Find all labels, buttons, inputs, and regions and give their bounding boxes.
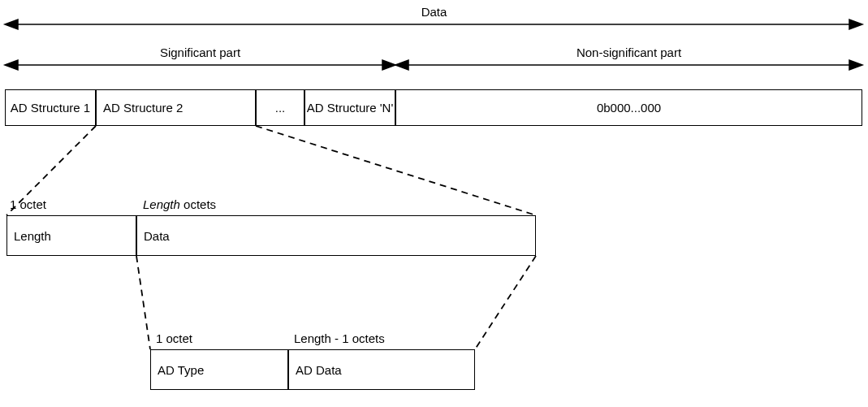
box-ad-structure-n: AD Structure 'N' (304, 89, 395, 126)
box-padding: 0b000...000 (395, 89, 862, 126)
svg-line-12 (475, 256, 536, 349)
svg-line-10 (256, 126, 536, 215)
svg-marker-8 (849, 60, 862, 70)
diagram-root: Data Significant part Non-significant pa… (0, 0, 868, 407)
box-ad-data: AD Data (288, 349, 475, 390)
box-ad-type: AD Type (150, 349, 288, 390)
label-row3-remaining: Length - 1 octets (294, 331, 385, 345)
label-row2-length-octets: Length octets (143, 197, 216, 212)
label-row2-length-word: Length (143, 197, 180, 211)
svg-line-11 (136, 256, 150, 349)
box-length: Length (6, 215, 136, 256)
box-ellipsis: ... (256, 89, 304, 126)
arrow-data (5, 19, 862, 29)
box-ad-structure-1: AD Structure 1 (5, 89, 96, 126)
arrow-significant (5, 60, 395, 70)
svg-marker-4 (5, 60, 18, 70)
label-row2-1octet: 1 octet (10, 197, 46, 211)
svg-marker-7 (395, 60, 408, 70)
svg-marker-2 (849, 19, 862, 29)
label-significant: Significant part (5, 45, 395, 59)
connector-overlay (0, 0, 868, 407)
label-row3-1octet: 1 octet (156, 331, 192, 345)
label-row2-octets-word: octets (180, 197, 216, 211)
svg-marker-5 (382, 60, 395, 70)
arrow-nonsignificant (395, 60, 862, 70)
expand-row1-to-row2 (6, 126, 536, 215)
label-data: Data (0, 5, 868, 19)
svg-marker-1 (5, 19, 18, 29)
box-ad-structure-2: AD Structure 2 (96, 89, 256, 126)
box-data-field: Data (136, 215, 536, 256)
label-nonsignificant: Non-significant part (395, 45, 862, 59)
